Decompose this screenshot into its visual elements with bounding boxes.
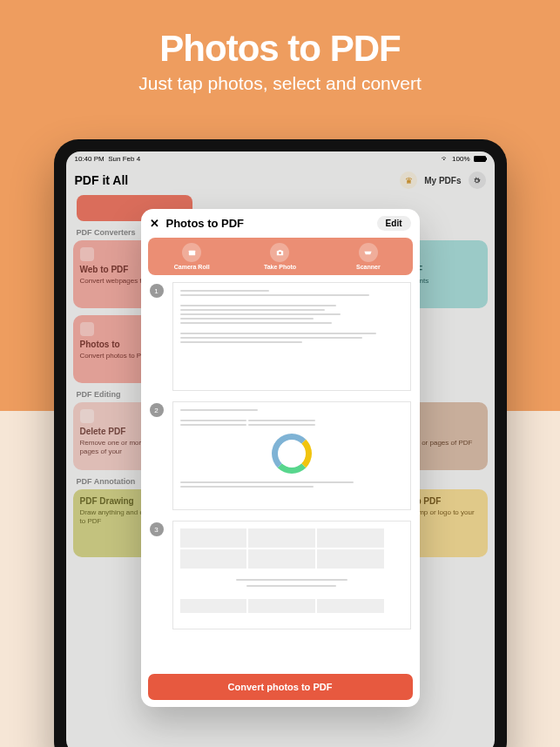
edit-button[interactable]: Edit [377,216,411,231]
page-number: 3 [150,522,164,536]
hero-subtitle: Just tap photos, select and convert [17,73,543,94]
hero-title: Photos to PDF [17,28,543,70]
photos-modal: ✕ Photos to PDF Edit Camera Roll Take Ph… [141,209,420,707]
tab-label: Camera Roll [148,264,236,270]
modal-body[interactable]: 1 2 [141,275,420,667]
modal-title: Photos to PDF [166,217,370,230]
page-thumbnail[interactable] [172,282,411,391]
donut-chart-icon [272,434,312,474]
modal-toolbar: Camera Roll Take Photo Scanner [148,238,413,275]
tab-label: Take Photo [236,264,324,270]
page-thumbnail[interactable] [172,521,411,629]
tab-camera-roll[interactable]: Camera Roll [148,243,236,270]
page-row[interactable]: 2 [150,401,411,510]
close-button[interactable]: ✕ [150,217,159,230]
camera-icon [270,243,289,262]
hero: Photos to PDF Just tap photos, select an… [0,0,560,115]
camera-roll-icon [182,243,201,262]
tab-take-photo[interactable]: Take Photo [236,243,324,270]
page-number: 1 [150,284,164,298]
tab-scanner[interactable]: Scanner [324,243,412,270]
convert-button[interactable]: Convert photos to PDF [148,674,413,700]
scanner-icon [359,243,378,262]
screen: 10:40 PM Sun Feb 4 ᯤ 100% PDF it All ♛ M… [66,151,495,747]
tablet-frame: 10:40 PM Sun Feb 4 ᯤ 100% PDF it All ♛ M… [54,139,507,747]
page-number: 2 [150,403,164,417]
tab-label: Scanner [324,264,412,270]
page-row[interactable]: 3 [150,521,411,629]
svg-rect-0 [188,250,194,255]
page-row[interactable]: 1 [150,282,411,391]
page-thumbnail[interactable] [172,401,411,510]
svg-point-1 [279,252,281,254]
